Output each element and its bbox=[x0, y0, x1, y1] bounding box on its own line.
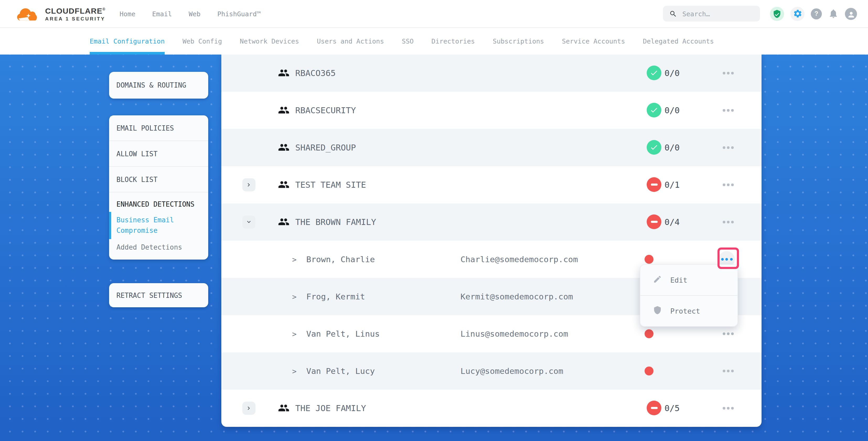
tab-web-config[interactable]: Web Config bbox=[183, 28, 222, 55]
group-icon bbox=[278, 216, 289, 228]
status-check-badge bbox=[647, 140, 661, 155]
sidebar-subitem-business-email-compromise[interactable]: Business Email Compromise bbox=[109, 212, 208, 239]
row-actions-menu-button[interactable] bbox=[723, 129, 734, 166]
row-actions-menu-button[interactable] bbox=[723, 389, 734, 427]
context-menu-item-protect[interactable]: Protect bbox=[640, 295, 737, 326]
row-actions-menu-button[interactable] bbox=[723, 55, 734, 92]
sidebar-item-block-list[interactable]: BLOCK LIST bbox=[109, 167, 208, 192]
brand-subtitle: AREA 1 SECURITY bbox=[45, 16, 105, 22]
row-actions-menu-button[interactable] bbox=[723, 166, 734, 203]
table-row-the-brown-family[interactable]: THE BROWN FAMILY0/4 bbox=[221, 203, 762, 241]
member-name: Frog, Kermit bbox=[306, 278, 365, 315]
member-email: Linus@somedemocorp.com bbox=[461, 315, 568, 352]
groups-table: RBACO3650/0RBACSECURITY0/0SHARED_GROUP0/… bbox=[221, 55, 762, 427]
table-row-test-team-site[interactable]: TEST TEAM SITE0/1 bbox=[221, 166, 762, 203]
security-status-icon[interactable] bbox=[770, 6, 784, 21]
tab-service-accounts[interactable]: Service Accounts bbox=[562, 28, 625, 55]
member-name: Van Pelt, Lucy bbox=[306, 352, 375, 389]
status-blocked-badge bbox=[647, 401, 661, 415]
sidebar-item-email-policies[interactable]: EMAIL POLICIES bbox=[109, 115, 208, 141]
shield-icon bbox=[653, 306, 662, 316]
expand-chevron-button[interactable] bbox=[242, 402, 255, 415]
group-name: THE BROWN FAMILY bbox=[295, 203, 376, 241]
nav-item-home[interactable]: Home bbox=[120, 10, 135, 18]
table-row-van-pelt-lucy[interactable]: >Van Pelt, LucyLucy@somedemocorp.com bbox=[221, 352, 762, 389]
tab-users-and-actions[interactable]: Users and Actions bbox=[317, 28, 384, 55]
primary-nav: HomeEmailWebPhishGuard™ bbox=[120, 10, 261, 18]
sidebar-item-retract-settings[interactable]: RETRACT SETTINGS bbox=[117, 291, 182, 299]
tab-subscriptions[interactable]: Subscriptions bbox=[493, 28, 544, 55]
table-row-the-joe-family[interactable]: THE JOE FAMILY0/5 bbox=[221, 389, 762, 427]
protection-count: 0/4 bbox=[664, 203, 680, 241]
top-header: CLOUDFLARE® AREA 1 SECURITY HomeEmailWeb… bbox=[0, 0, 868, 28]
sidebar-item-domains-routing[interactable]: DOMAINS & ROUTING bbox=[109, 72, 208, 99]
sidebar-subitem-added-detections[interactable]: Added Detections bbox=[109, 239, 208, 259]
row-actions-menu-button[interactable] bbox=[723, 352, 734, 389]
member-name: Van Pelt, Linus bbox=[306, 315, 380, 352]
group-name: RBACSECURITY bbox=[295, 92, 356, 129]
context-menu-label: Protect bbox=[670, 307, 700, 315]
row-actions-menu-button[interactable] bbox=[723, 203, 734, 241]
sidebar-item-domains-routing[interactable]: DOMAINS & ROUTING bbox=[117, 81, 186, 89]
annotation-highlight-box bbox=[717, 248, 739, 269]
expand-chevron-button[interactable] bbox=[242, 178, 255, 191]
status-blocked-badge bbox=[647, 177, 661, 192]
group-name: THE JOE FAMILY bbox=[295, 389, 366, 427]
protection-count: 0/0 bbox=[664, 92, 680, 129]
header-action-icons: ? bbox=[770, 6, 857, 21]
group-icon bbox=[278, 141, 289, 153]
table-row-rbaco365[interactable]: RBACO3650/0 bbox=[221, 55, 762, 92]
status-check-badge bbox=[647, 103, 661, 118]
app-window: CLOUDFLARE® AREA 1 SECURITY HomeEmailWeb… bbox=[0, 0, 868, 441]
secondary-nav: Email ConfigurationWeb ConfigNetwork Dev… bbox=[0, 28, 868, 55]
group-name: RBACO365 bbox=[295, 55, 336, 92]
cloudflare-cloud-icon bbox=[16, 6, 40, 21]
member-email: Charlie@somedemocorp.com bbox=[461, 241, 578, 278]
account-icon[interactable] bbox=[845, 8, 857, 20]
brand-name: CLOUDFLARE® bbox=[45, 6, 105, 15]
tab-delegated-accounts[interactable]: Delegated Accounts bbox=[643, 28, 714, 55]
tab-network-devices[interactable]: Network Devices bbox=[240, 28, 299, 55]
tab-sso[interactable]: SSO bbox=[402, 28, 413, 55]
status-blocked-badge bbox=[647, 215, 661, 229]
member-chevron-marker: > bbox=[292, 352, 297, 389]
sidebar-section-enhanced-detections: ENHANCED DETECTIONS bbox=[109, 192, 208, 212]
sidebar-item-retract-settings[interactable]: RETRACT SETTINGS bbox=[109, 283, 208, 307]
context-menu: EditProtect bbox=[640, 264, 738, 327]
collapse-chevron-button[interactable] bbox=[242, 216, 255, 229]
member-chevron-marker: > bbox=[292, 315, 297, 352]
status-blocked-dot bbox=[645, 329, 653, 338]
notifications-icon[interactable] bbox=[828, 8, 839, 19]
table-row-shared-group[interactable]: SHARED_GROUP0/0 bbox=[221, 129, 762, 166]
nav-item-phishguard[interactable]: PhishGuard™ bbox=[217, 10, 261, 18]
status-check-badge bbox=[647, 66, 661, 80]
sidebar-item-allow-list[interactable]: ALLOW LIST bbox=[109, 141, 208, 167]
context-menu-label: Edit bbox=[670, 276, 687, 284]
member-name: Brown, Charlie bbox=[306, 241, 375, 278]
status-blocked-dot bbox=[645, 367, 653, 375]
protection-count: 0/5 bbox=[664, 389, 680, 427]
sidebar-card-2: EMAIL POLICIESALLOW LISTBLOCK LISTENHANC… bbox=[109, 115, 208, 259]
group-name: SHARED_GROUP bbox=[295, 129, 356, 166]
nav-item-email[interactable]: Email bbox=[152, 10, 172, 18]
search-box[interactable]: Search… bbox=[663, 6, 760, 22]
search-icon bbox=[669, 10, 677, 18]
tab-email-configuration[interactable]: Email Configuration bbox=[90, 28, 165, 55]
group-icon bbox=[278, 67, 289, 78]
protection-count: 0/1 bbox=[664, 166, 680, 203]
member-email: Lucy@somedemocorp.com bbox=[461, 352, 563, 389]
member-chevron-marker: > bbox=[292, 241, 297, 278]
protection-count: 0/0 bbox=[664, 129, 680, 166]
context-menu-item-edit[interactable]: Edit bbox=[640, 265, 737, 295]
help-icon[interactable]: ? bbox=[811, 8, 822, 19]
member-email: Kermit@somedemocorp.com bbox=[461, 278, 573, 315]
tab-directories[interactable]: Directories bbox=[431, 28, 475, 55]
row-actions-menu-button[interactable] bbox=[723, 92, 734, 129]
group-icon bbox=[278, 104, 289, 116]
status-blocked-dot bbox=[645, 255, 653, 264]
nav-item-web[interactable]: Web bbox=[189, 10, 200, 18]
cloudflare-logo[interactable]: CLOUDFLARE® AREA 1 SECURITY bbox=[16, 6, 104, 22]
settings-icon[interactable] bbox=[790, 6, 805, 21]
table-row-rbacsecurity[interactable]: RBACSECURITY0/0 bbox=[221, 92, 762, 129]
group-icon bbox=[278, 179, 289, 190]
